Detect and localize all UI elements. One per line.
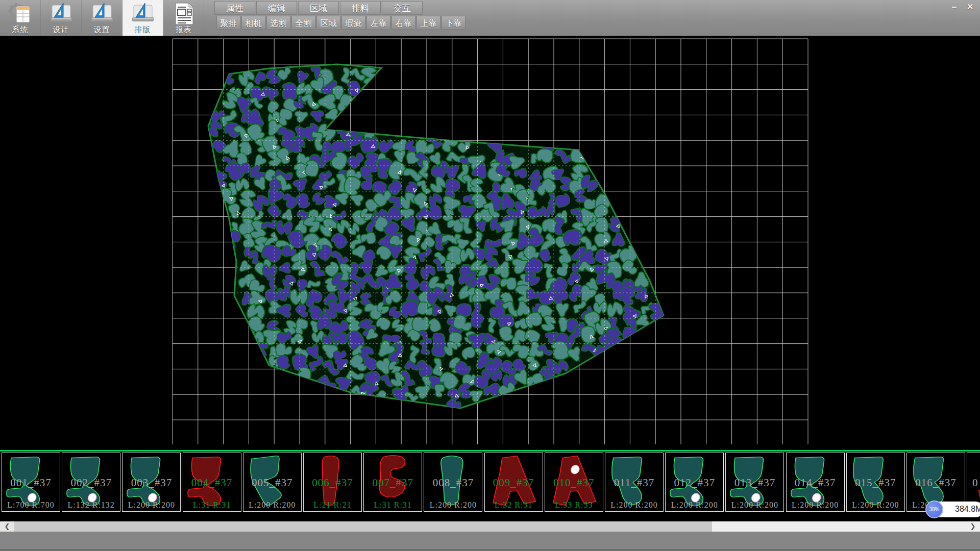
- tool-button-选割[interactable]: 选割: [266, 16, 290, 30]
- tool-button-相机[interactable]: 相机: [241, 16, 265, 30]
- part-thumbnail-004_#37[interactable]: 004_#37L:31 R:31: [183, 453, 241, 512]
- part-lr-count: L:31 R:31: [364, 500, 422, 510]
- part-name: 001_#37: [2, 477, 60, 489]
- tool-button-左靠[interactable]: 左靠: [366, 16, 390, 30]
- big-button-label: 设置: [82, 25, 122, 35]
- part-thumbnail-013_#37[interactable]: 013_#37L:200 R:200: [725, 453, 784, 512]
- ribbon: 系统设计设置排版报表 属性编辑区域排料交互 聚排相机选割全割区域瑕疵左靠右靠上靠…: [0, 0, 980, 36]
- part-name: 015_#37: [847, 477, 904, 489]
- window-controls: – ✕: [947, 1, 977, 13]
- big-button-报表[interactable]: 报表: [163, 0, 204, 36]
- part-name: 0: [967, 477, 980, 489]
- part-thumbnail-011_#37[interactable]: 011_#37L:200 R:200: [605, 453, 664, 512]
- scroll-right-arrow-icon[interactable]: ❯: [966, 521, 980, 532]
- menu-tab-bar: 属性编辑区域排料交互: [214, 1, 423, 15]
- tool-button-全割[interactable]: 全割: [291, 16, 315, 30]
- part-thumbnail-002_#37[interactable]: 002_#37L:132 R:132: [62, 453, 120, 512]
- menu-tab-属性[interactable]: 属性: [214, 1, 255, 15]
- big-button-label: 设计: [41, 25, 81, 35]
- part-thumbnail-008_#37[interactable]: 008_#37L:200 R:200: [424, 453, 482, 512]
- part-lr-count: L:700 R:700: [2, 500, 60, 510]
- big-button-排版[interactable]: 排版: [122, 0, 163, 36]
- ruler-icon: [130, 2, 156, 28]
- gear-table-icon: [7, 2, 34, 28]
- minimize-button[interactable]: –: [947, 1, 961, 13]
- part-thumbnail-strip: 001_#37L:700 R:700002_#37L:132 R:132003_…: [0, 450, 980, 521]
- nesting-canvas[interactable]: [0, 36, 980, 450]
- part-thumbnail-001_#37[interactable]: 001_#37L:700 R:700: [2, 453, 60, 512]
- part-name: 011_#37: [605, 477, 663, 489]
- part-thumbnail-007_#37[interactable]: 007_#37L:31 R:31: [363, 453, 422, 512]
- part-thumbnail-010_#37[interactable]: 010_#37L:33 R:33: [545, 453, 603, 512]
- part-lr-count: L:200 R:200: [605, 500, 663, 510]
- horizontal-scrollbar[interactable]: ❮ ❯: [0, 521, 980, 532]
- part-lr-count: L:200 R:200: [666, 500, 723, 510]
- part-name: 003_#37: [122, 477, 180, 489]
- part-thumbnail-005_#37[interactable]: 005_#37L:200 R:200: [243, 453, 302, 512]
- part-lr-count: L:31 R:31: [183, 500, 241, 510]
- part-lr-count: L:200 R:200: [424, 500, 482, 510]
- part-name: 006_#37: [304, 477, 361, 489]
- part-thumbnail-009_#37[interactable]: 009_#37L:32 R:31: [484, 453, 543, 512]
- memory-size-label: 384.8M: [955, 505, 980, 514]
- part-name: 002_#37: [62, 477, 120, 489]
- close-button[interactable]: ✕: [963, 1, 977, 13]
- part-lr-count: L:200 R:200: [726, 500, 783, 510]
- part-name: 010_#37: [545, 477, 603, 489]
- big-button-系统[interactable]: 系统: [0, 0, 41, 36]
- part-lr-count: L:200 R:200: [847, 500, 904, 510]
- part-lr-count: L:21 R:21: [304, 500, 361, 510]
- status-bar: [0, 532, 980, 551]
- part-lr-count: L:200 R:200: [243, 500, 301, 510]
- part-lr-count: L:132 R:132: [62, 500, 120, 510]
- big-button-label: 系统: [0, 25, 40, 35]
- part-name: 005_#37: [243, 477, 301, 489]
- part-name: 012_#37: [666, 477, 723, 489]
- ruler-icon: [48, 2, 75, 28]
- part-thumbnail-003_#37[interactable]: 003_#37L:200 R:200: [122, 453, 181, 512]
- tool-button-bar: 聚排相机选割全割区域瑕疵左靠右靠上靠下靠: [216, 16, 465, 30]
- tool-button-下靠[interactable]: 下靠: [442, 16, 465, 30]
- progress-circle: 38%: [925, 500, 943, 518]
- big-button-设置[interactable]: 设置: [82, 0, 122, 36]
- part-thumbnail-006_#37[interactable]: 006_#37L:21 R:21: [303, 453, 362, 512]
- part-name: 016_#37: [907, 477, 965, 489]
- tool-button-聚排[interactable]: 聚排: [216, 16, 240, 30]
- big-button-label: 报表: [163, 25, 204, 35]
- part-name: 004_#37: [183, 477, 241, 489]
- part-name: 013_#37: [726, 477, 783, 489]
- part-name: 007_#37: [364, 477, 422, 489]
- part-name: 008_#37: [424, 477, 482, 489]
- part-name: 014_#37: [787, 477, 844, 489]
- scroll-left-arrow-icon[interactable]: ❮: [0, 521, 14, 532]
- tool-button-右靠[interactable]: 右靠: [391, 16, 415, 30]
- part-thumbnail-014_#37[interactable]: 014_#37L:200 R:200: [786, 453, 845, 512]
- part-lr-count: L:33 R:33: [545, 500, 603, 510]
- part-lr-count: L:200 R:200: [122, 500, 180, 510]
- part-name: 009_#37: [485, 477, 543, 489]
- menu-tab-编辑[interactable]: 编辑: [256, 1, 297, 15]
- menu-tab-排料[interactable]: 排料: [340, 1, 381, 15]
- nest-layout-view: [0, 36, 980, 450]
- tool-button-上靠[interactable]: 上靠: [416, 16, 440, 30]
- big-button-设计[interactable]: 设计: [41, 0, 82, 36]
- tool-button-瑕疵[interactable]: 瑕疵: [341, 16, 365, 30]
- menu-tab-交互[interactable]: 交互: [382, 1, 423, 15]
- strip-top-border: [0, 450, 980, 452]
- part-lr-count: L:32 R:31: [485, 500, 543, 510]
- menu-tab-区域[interactable]: 区域: [298, 1, 339, 15]
- part-thumbnail-015_#37[interactable]: 015_#37L:200 R:200: [846, 453, 905, 512]
- scrollbar-thumb[interactable]: [14, 521, 712, 532]
- tool-button-区域[interactable]: 区域: [316, 16, 340, 30]
- part-lr-count: L:200 R:200: [787, 500, 844, 510]
- big-button-bar: 系统设计设置排版报表: [0, 0, 204, 36]
- part-thumbnail-012_#37[interactable]: 012_#37L:200 R:200: [665, 453, 724, 512]
- big-button-label: 排版: [122, 25, 163, 35]
- ruler-icon: [89, 2, 115, 28]
- report-icon: [170, 2, 197, 28]
